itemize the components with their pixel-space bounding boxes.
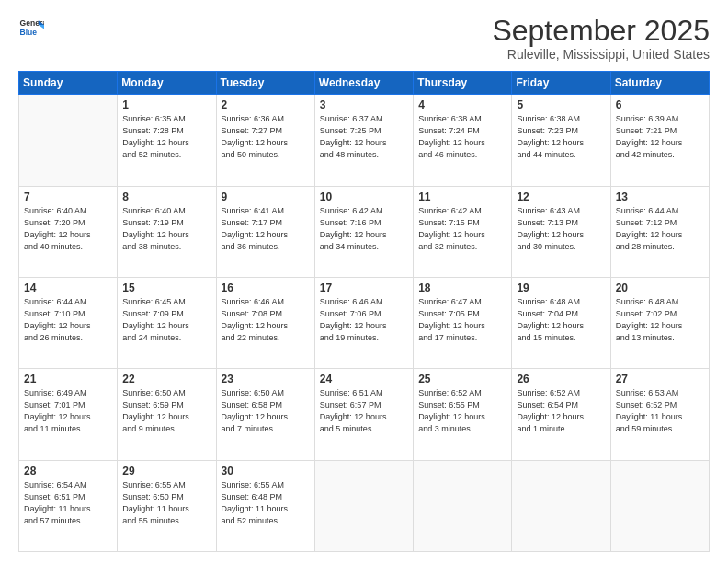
day-number: 17: [320, 282, 408, 294]
day-number: 24: [320, 373, 408, 385]
day-info: Sunrise: 6:38 AMSunset: 7:23 PMDaylight:…: [517, 113, 605, 161]
calendar-cell: [314, 460, 413, 551]
calendar-cell: 9Sunrise: 6:41 AMSunset: 7:17 PMDaylight…: [216, 186, 314, 277]
calendar-cell: 24Sunrise: 6:51 AMSunset: 6:57 PMDayligh…: [314, 369, 413, 460]
calendar-cell: 30Sunrise: 6:55 AMSunset: 6:48 PMDayligh…: [216, 460, 314, 551]
calendar-cell: 8Sunrise: 6:40 AMSunset: 7:19 PMDaylight…: [118, 186, 216, 277]
title-block: September 2025 Ruleville, Mississippi, U…: [492, 15, 710, 62]
calendar-cell: 20Sunrise: 6:48 AMSunset: 7:02 PMDayligh…: [610, 277, 709, 368]
day-info: Sunrise: 6:42 AMSunset: 7:16 PMDaylight:…: [320, 205, 408, 253]
calendar-week-row: 28Sunrise: 6:54 AMSunset: 6:51 PMDayligh…: [19, 460, 710, 551]
weekday-header: Saturday: [610, 72, 709, 95]
page: General Blue September 2025 Ruleville, M…: [0, 0, 728, 563]
day-info: Sunrise: 6:49 AMSunset: 7:01 PMDaylight:…: [24, 387, 112, 435]
day-number: 3: [320, 98, 408, 111]
day-info: Sunrise: 6:50 AMSunset: 6:59 PMDaylight:…: [122, 387, 210, 435]
day-info: Sunrise: 6:53 AMSunset: 6:52 PMDaylight:…: [616, 387, 704, 435]
day-number: 11: [418, 190, 506, 203]
day-info: Sunrise: 6:51 AMSunset: 6:57 PMDaylight:…: [320, 387, 408, 435]
day-number: 4: [418, 98, 506, 111]
calendar-cell: [512, 460, 610, 551]
day-number: 7: [24, 190, 112, 203]
day-info: Sunrise: 6:44 AMSunset: 7:10 PMDaylight:…: [24, 296, 112, 344]
svg-text:Blue: Blue: [20, 28, 38, 37]
calendar-cell: 15Sunrise: 6:45 AMSunset: 7:09 PMDayligh…: [118, 277, 216, 368]
weekday-header: Friday: [512, 72, 610, 95]
day-info: Sunrise: 6:46 AMSunset: 7:08 PMDaylight:…: [222, 296, 310, 344]
day-info: Sunrise: 6:43 AMSunset: 7:13 PMDaylight:…: [517, 205, 605, 253]
calendar-cell: 11Sunrise: 6:42 AMSunset: 7:15 PMDayligh…: [414, 186, 512, 277]
day-info: Sunrise: 6:37 AMSunset: 7:25 PMDaylight:…: [320, 113, 408, 161]
day-number: 12: [517, 190, 605, 203]
calendar-cell: 26Sunrise: 6:52 AMSunset: 6:54 PMDayligh…: [512, 369, 610, 460]
calendar-cell: 2Sunrise: 6:36 AMSunset: 7:27 PMDaylight…: [216, 95, 314, 186]
weekday-header: Wednesday: [314, 72, 413, 95]
day-number: 27: [616, 373, 704, 385]
day-info: Sunrise: 6:42 AMSunset: 7:15 PMDaylight:…: [418, 205, 506, 253]
day-number: 23: [222, 373, 310, 385]
day-number: 13: [616, 190, 704, 203]
calendar-cell: [19, 95, 118, 186]
day-number: 25: [418, 373, 506, 385]
calendar-cell: [610, 460, 709, 551]
day-info: Sunrise: 6:35 AMSunset: 7:28 PMDaylight:…: [122, 113, 210, 161]
main-title: September 2025: [492, 15, 710, 47]
day-info: Sunrise: 6:44 AMSunset: 7:12 PMDaylight:…: [616, 205, 704, 253]
day-info: Sunrise: 6:50 AMSunset: 6:58 PMDaylight:…: [222, 387, 310, 435]
calendar-cell: 22Sunrise: 6:50 AMSunset: 6:59 PMDayligh…: [118, 369, 216, 460]
day-number: 28: [24, 465, 112, 477]
day-number: 6: [616, 98, 704, 111]
calendar-cell: 16Sunrise: 6:46 AMSunset: 7:08 PMDayligh…: [216, 277, 314, 368]
calendar-cell: 19Sunrise: 6:48 AMSunset: 7:04 PMDayligh…: [512, 277, 610, 368]
day-number: 22: [122, 373, 210, 385]
day-number: 14: [24, 282, 112, 294]
day-info: Sunrise: 6:46 AMSunset: 7:06 PMDaylight:…: [320, 296, 408, 344]
weekday-header-row: SundayMondayTuesdayWednesdayThursdayFrid…: [19, 72, 710, 95]
calendar-cell: 17Sunrise: 6:46 AMSunset: 7:06 PMDayligh…: [314, 277, 413, 368]
calendar-cell: 3Sunrise: 6:37 AMSunset: 7:25 PMDaylight…: [314, 95, 413, 186]
day-number: 18: [418, 282, 506, 294]
day-number: 20: [616, 282, 704, 294]
calendar-cell: [414, 460, 512, 551]
calendar-week-row: 14Sunrise: 6:44 AMSunset: 7:10 PMDayligh…: [19, 277, 710, 368]
day-info: Sunrise: 6:41 AMSunset: 7:17 PMDaylight:…: [222, 205, 310, 253]
day-info: Sunrise: 6:45 AMSunset: 7:09 PMDaylight:…: [122, 296, 210, 344]
calendar-week-row: 1Sunrise: 6:35 AMSunset: 7:28 PMDaylight…: [19, 95, 710, 186]
day-number: 5: [517, 98, 605, 111]
day-info: Sunrise: 6:48 AMSunset: 7:02 PMDaylight:…: [616, 296, 704, 344]
day-info: Sunrise: 6:52 AMSunset: 6:54 PMDaylight:…: [517, 387, 605, 435]
calendar-cell: 4Sunrise: 6:38 AMSunset: 7:24 PMDaylight…: [414, 95, 512, 186]
calendar-table: SundayMondayTuesdayWednesdayThursdayFrid…: [18, 71, 710, 552]
day-number: 16: [222, 282, 310, 294]
day-info: Sunrise: 6:48 AMSunset: 7:04 PMDaylight:…: [517, 296, 605, 344]
day-info: Sunrise: 6:55 AMSunset: 6:48 PMDaylight:…: [222, 479, 310, 527]
calendar-cell: 21Sunrise: 6:49 AMSunset: 7:01 PMDayligh…: [19, 369, 118, 460]
calendar-cell: 12Sunrise: 6:43 AMSunset: 7:13 PMDayligh…: [512, 186, 610, 277]
day-number: 2: [222, 98, 310, 111]
calendar-cell: 7Sunrise: 6:40 AMSunset: 7:20 PMDaylight…: [19, 186, 118, 277]
calendar-cell: 27Sunrise: 6:53 AMSunset: 6:52 PMDayligh…: [610, 369, 709, 460]
calendar-cell: 6Sunrise: 6:39 AMSunset: 7:21 PMDaylight…: [610, 95, 709, 186]
calendar-week-row: 7Sunrise: 6:40 AMSunset: 7:20 PMDaylight…: [19, 186, 710, 277]
logo-icon: General Blue: [18, 15, 44, 40]
calendar-week-row: 21Sunrise: 6:49 AMSunset: 7:01 PMDayligh…: [19, 369, 710, 460]
day-number: 21: [24, 373, 112, 385]
calendar-cell: 25Sunrise: 6:52 AMSunset: 6:55 PMDayligh…: [414, 369, 512, 460]
day-info: Sunrise: 6:39 AMSunset: 7:21 PMDaylight:…: [616, 113, 704, 161]
weekday-header: Tuesday: [216, 72, 314, 95]
calendar-cell: 23Sunrise: 6:50 AMSunset: 6:58 PMDayligh…: [216, 369, 314, 460]
day-info: Sunrise: 6:40 AMSunset: 7:20 PMDaylight:…: [24, 205, 112, 253]
calendar-cell: 5Sunrise: 6:38 AMSunset: 7:23 PMDaylight…: [512, 95, 610, 186]
day-info: Sunrise: 6:54 AMSunset: 6:51 PMDaylight:…: [24, 479, 112, 527]
day-info: Sunrise: 6:40 AMSunset: 7:19 PMDaylight:…: [122, 205, 210, 253]
day-number: 1: [122, 98, 210, 111]
day-number: 10: [320, 190, 408, 203]
header: General Blue September 2025 Ruleville, M…: [18, 15, 710, 62]
calendar-cell: 29Sunrise: 6:55 AMSunset: 6:50 PMDayligh…: [118, 460, 216, 551]
day-info: Sunrise: 6:55 AMSunset: 6:50 PMDaylight:…: [122, 479, 210, 527]
weekday-header: Thursday: [414, 72, 512, 95]
calendar-cell: 14Sunrise: 6:44 AMSunset: 7:10 PMDayligh…: [19, 277, 118, 368]
subtitle: Ruleville, Mississippi, United States: [492, 47, 710, 62]
calendar-cell: 18Sunrise: 6:47 AMSunset: 7:05 PMDayligh…: [414, 277, 512, 368]
day-number: 26: [517, 373, 605, 385]
